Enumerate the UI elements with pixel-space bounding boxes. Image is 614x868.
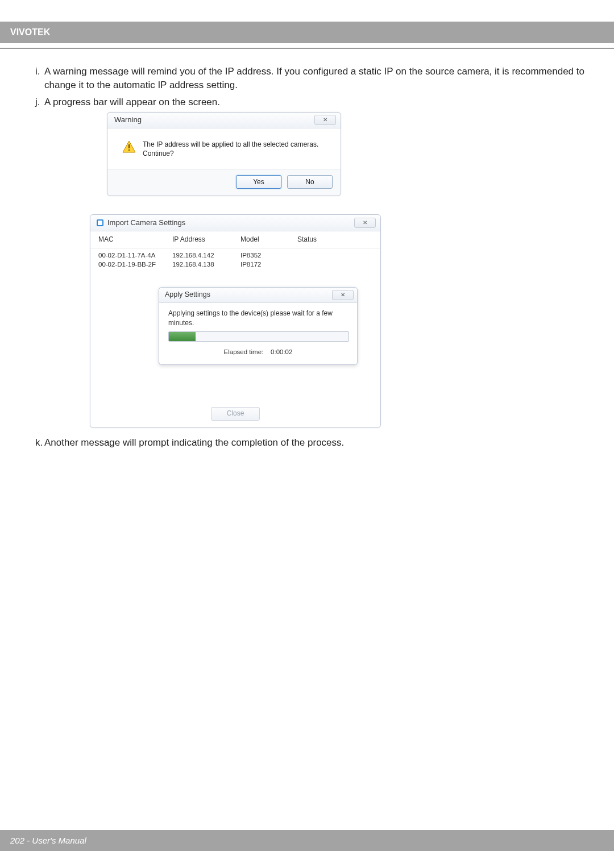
progress-bar bbox=[168, 331, 349, 342]
step-letter: k. bbox=[35, 436, 44, 450]
step-letter: j. bbox=[35, 95, 44, 109]
cell-mac: 00-02-D1-11-7A-4A bbox=[98, 251, 172, 260]
import-dialog: Import Camera Settings ✕ MAC IP Address … bbox=[90, 214, 381, 428]
cell-ip: 192.168.4.138 bbox=[172, 260, 240, 269]
page-footer: 202 - User's Manual bbox=[0, 830, 614, 851]
warning-icon bbox=[122, 140, 136, 153]
content-area: i. A warning message will remind you of … bbox=[0, 49, 614, 450]
elapsed-value: 0:00:02 bbox=[271, 348, 292, 355]
close-icon: ✕ bbox=[363, 219, 367, 227]
close-button[interactable]: ✕ bbox=[354, 218, 376, 228]
apply-body: Applying settings to the device(s) pleas… bbox=[159, 303, 357, 364]
col-mac-header: MAC bbox=[98, 235, 172, 244]
cell-ip: 192.168.4.142 bbox=[172, 251, 240, 260]
warning-dialog: Warning ✕ The IP address will be applied… bbox=[107, 112, 341, 196]
table-row: 00-02-D1-11-7A-4A 192.168.4.142 IP8352 bbox=[98, 251, 372, 260]
cell-status bbox=[297, 251, 372, 260]
elapsed-label: Elapsed time: bbox=[224, 348, 264, 355]
import-title: Import Camera Settings bbox=[107, 218, 185, 228]
table-body: 00-02-D1-11-7A-4A 192.168.4.142 IP8352 0… bbox=[90, 248, 380, 270]
brand-label: VIVOTEK bbox=[10, 27, 50, 37]
apply-message: Applying settings to the device(s) pleas… bbox=[168, 309, 348, 328]
cell-status bbox=[297, 260, 372, 269]
col-status-header: Status bbox=[297, 235, 372, 244]
step-i: i. A warning message will remind you of … bbox=[35, 65, 584, 92]
close-icon: ✕ bbox=[341, 291, 345, 299]
warning-title: Warning bbox=[114, 115, 142, 125]
footer-text: 202 - User's Manual bbox=[10, 836, 86, 845]
table-row: 00-02-D1-19-BB-2F 192.168.4.138 IP8172 bbox=[98, 260, 372, 269]
close-label: Close bbox=[227, 409, 244, 418]
cell-mac: 00-02-D1-19-BB-2F bbox=[98, 260, 172, 269]
step-text: A warning message will remind you of the… bbox=[44, 65, 584, 92]
step-text: A progress bar will appear on the screen… bbox=[44, 95, 584, 109]
svg-rect-4 bbox=[98, 221, 102, 225]
apply-settings-dialog: Apply Settings ✕ Applying settings to th… bbox=[159, 287, 358, 365]
warning-buttons: Yes No bbox=[107, 169, 341, 196]
no-button[interactable]: No bbox=[287, 175, 333, 189]
step-j: j. A progress bar will appear on the scr… bbox=[35, 95, 584, 109]
app-icon bbox=[96, 219, 104, 227]
no-label: No bbox=[305, 177, 314, 187]
close-import-button[interactable]: Close bbox=[211, 407, 260, 421]
close-icon: ✕ bbox=[323, 116, 327, 124]
step-text: Another message will prompt indicating t… bbox=[44, 436, 584, 450]
col-model-header: Model bbox=[240, 235, 297, 244]
step-letter: i. bbox=[35, 65, 44, 92]
yes-button[interactable]: Yes bbox=[236, 175, 281, 189]
apply-title-label: Apply Settings bbox=[165, 290, 210, 300]
step-k: k. Another message will prompt indicatin… bbox=[35, 436, 584, 450]
svg-rect-1 bbox=[128, 144, 130, 148]
cell-model: IP8352 bbox=[240, 251, 297, 260]
import-footer: Close bbox=[90, 365, 380, 427]
close-button[interactable]: ✕ bbox=[332, 290, 354, 300]
warning-titlebar: Warning ✕ bbox=[107, 113, 341, 128]
yes-label: Yes bbox=[253, 177, 264, 187]
warning-body: The IP address will be applied to all th… bbox=[107, 128, 341, 170]
cell-model: IP8172 bbox=[240, 260, 297, 269]
apply-titlebar: Apply Settings ✕ bbox=[159, 288, 357, 303]
warning-message: The IP address will be applied to all th… bbox=[143, 140, 330, 159]
close-button[interactable]: ✕ bbox=[314, 115, 336, 125]
elapsed-row: Elapsed time: 0:00:02 bbox=[168, 347, 348, 356]
col-ip-header: IP Address bbox=[172, 235, 240, 244]
page-header: VIVOTEK bbox=[0, 22, 614, 43]
progress-fill bbox=[169, 332, 196, 341]
svg-rect-2 bbox=[128, 149, 130, 151]
import-titlebar: Import Camera Settings ✕ bbox=[90, 215, 380, 231]
table-header: MAC IP Address Model Status bbox=[90, 231, 380, 248]
